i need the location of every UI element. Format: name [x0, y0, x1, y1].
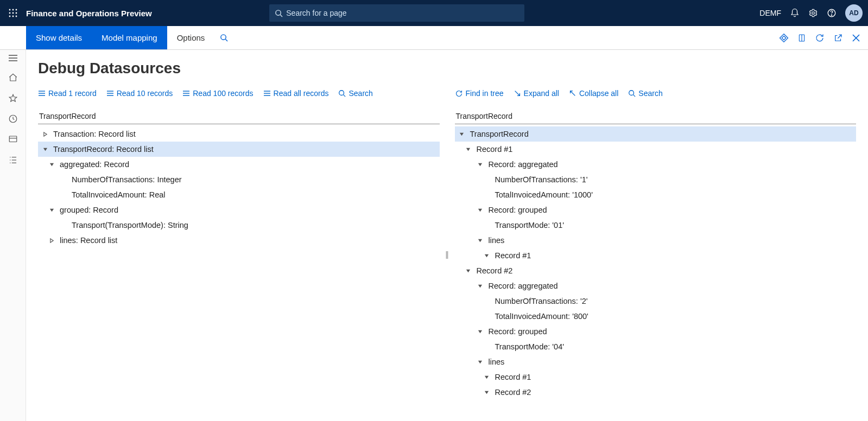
search-box[interactable]: Search for a page [269, 4, 524, 22]
tree-twist-icon[interactable] [483, 373, 491, 381]
page-icon[interactable] [797, 33, 806, 43]
tab-show-details[interactable]: Show details [26, 26, 92, 49]
tree-node[interactable]: NumberOfTransactions: Integer [38, 172, 440, 187]
right-pane: Find in tree Expand all Collapse all Sea… [455, 89, 857, 400]
collapse-all[interactable]: Collapse all [569, 89, 618, 98]
svg-point-7 [12, 16, 14, 17]
search-icon [338, 90, 346, 97]
home-icon[interactable] [8, 73, 18, 82]
read-100-records[interactable]: Read 100 records [182, 89, 253, 98]
tree-twist-icon[interactable] [48, 206, 55, 214]
right-search-button[interactable]: Search [628, 89, 662, 98]
tree-leaf-icon [483, 297, 491, 305]
svg-point-0 [9, 9, 11, 11]
panes: Read 1 record Read 10 records Read 100 r… [38, 89, 856, 400]
company-label[interactable]: DEMF [759, 9, 781, 17]
popout-icon[interactable] [833, 33, 843, 43]
splitter-handle[interactable]: ‖ [445, 250, 449, 259]
tree-node[interactable]: Record: grouped [455, 324, 857, 339]
tree-node[interactable]: Transport(TransportMode): String [38, 218, 440, 233]
tree-node[interactable]: Record #2 [455, 263, 857, 278]
refresh-icon[interactable] [815, 33, 825, 43]
tree-twist-icon[interactable] [458, 130, 466, 138]
tree-node[interactable]: Record #2 [455, 385, 857, 400]
tree-node[interactable]: Record #1 [455, 369, 857, 385]
tab-options[interactable]: Options [167, 26, 215, 49]
tree-twist-icon[interactable] [41, 145, 49, 153]
tree-node-label: NumberOfTransactions: Integer [72, 175, 182, 184]
read-10-records[interactable]: Read 10 records [106, 89, 173, 98]
tree-node-label: Record #1 [495, 373, 531, 381]
tree-twist-icon[interactable] [483, 252, 491, 259]
tree-twist-icon[interactable] [48, 237, 55, 244]
svg-line-10 [281, 15, 283, 17]
action-search-icon[interactable] [214, 26, 233, 49]
svg-line-49 [633, 95, 636, 97]
tree-node[interactable]: TransportMode: '01' [455, 218, 857, 233]
tree-node[interactable]: Record: aggregated [455, 278, 857, 294]
tree-twist-icon[interactable] [483, 388, 491, 396]
tree-node[interactable]: grouped: Record [38, 202, 440, 218]
svg-point-9 [276, 10, 281, 15]
tree-node[interactable]: Record #1 [455, 248, 857, 263]
recent-icon[interactable] [8, 114, 18, 124]
tree-node[interactable]: Record: grouped [455, 202, 857, 218]
tree-twist-icon[interactable] [477, 206, 484, 214]
expand-all[interactable]: Expand all [514, 89, 559, 98]
tree-node[interactable]: TotalInvoicedAmount: '1000' [455, 187, 857, 202]
tree-node[interactable]: lines [455, 233, 857, 248]
tree-node[interactable]: Record: aggregated [455, 157, 857, 172]
find-in-tree[interactable]: Find in tree [455, 89, 504, 98]
tree-node[interactable]: TransportRecord: Record list [38, 142, 440, 157]
tree-node[interactable]: TotalInvoicedAmount: '800' [455, 309, 857, 324]
bell-icon[interactable] [790, 8, 800, 18]
tree-twist-icon[interactable] [477, 237, 484, 244]
tree-node[interactable]: NumberOfTransactions: '2' [455, 294, 857, 309]
paperclip-icon[interactable] [779, 33, 789, 43]
tree-node[interactable]: lines [455, 354, 857, 369]
tree-node-label: grouped: Record [60, 206, 118, 214]
read-1-record[interactable]: Read 1 record [38, 89, 97, 98]
list-icon [182, 90, 190, 97]
tree-node-label: TotalInvoicedAmount: '1000' [495, 190, 593, 199]
app-launcher-icon[interactable] [5, 5, 21, 21]
tree-node-label: Record #1 [495, 251, 531, 260]
tree-twist-icon[interactable] [465, 267, 472, 275]
search-icon [628, 90, 636, 97]
svg-line-15 [226, 39, 228, 41]
page-title: Debug Datasources [38, 60, 856, 77]
left-search-button[interactable]: Search [338, 89, 372, 98]
tree-node-label: aggregated: Record [60, 160, 129, 169]
tree-twist-icon[interactable] [41, 130, 49, 138]
tree-twist-icon[interactable] [477, 161, 484, 168]
workspace-icon[interactable] [8, 135, 18, 144]
tree-twist-icon[interactable] [465, 145, 472, 153]
tree-node[interactable]: TotalInvoicedAmount: Real [38, 187, 440, 202]
tree-node[interactable]: lines: Record list [38, 233, 440, 248]
tree-node[interactable]: TransportRecord [455, 126, 857, 142]
app-title: Finance and Operations Preview [26, 9, 152, 18]
tree-node[interactable]: aggregated: Record [38, 157, 440, 172]
close-icon[interactable] [852, 34, 860, 42]
tree-node[interactable]: Transaction: Record list [38, 126, 440, 142]
read-all-records[interactable]: Read all records [263, 89, 329, 98]
gear-icon[interactable] [808, 8, 818, 18]
tree-node[interactable]: Record #1 [455, 142, 857, 157]
svg-line-47 [571, 91, 575, 96]
tree-leaf-icon [483, 343, 491, 350]
search-placeholder: Search for a page [286, 9, 346, 17]
tree-twist-icon[interactable] [48, 161, 55, 168]
tree-twist-icon[interactable] [477, 358, 484, 366]
tree-node[interactable]: NumberOfTransactions: '1' [455, 172, 857, 187]
help-icon[interactable] [827, 8, 837, 18]
tree-twist-icon[interactable] [477, 282, 484, 290]
tree-node[interactable]: TransportMode: '04' [455, 339, 857, 354]
star-icon[interactable] [8, 93, 18, 103]
tree-node-label: Record #2 [495, 388, 531, 397]
modules-icon[interactable] [8, 155, 18, 165]
refresh-icon [455, 90, 463, 98]
hamburger-icon[interactable] [8, 54, 18, 62]
tree-twist-icon[interactable] [477, 328, 484, 335]
avatar[interactable]: AD [845, 4, 863, 22]
tab-model-mapping[interactable]: Model mapping [92, 26, 167, 49]
